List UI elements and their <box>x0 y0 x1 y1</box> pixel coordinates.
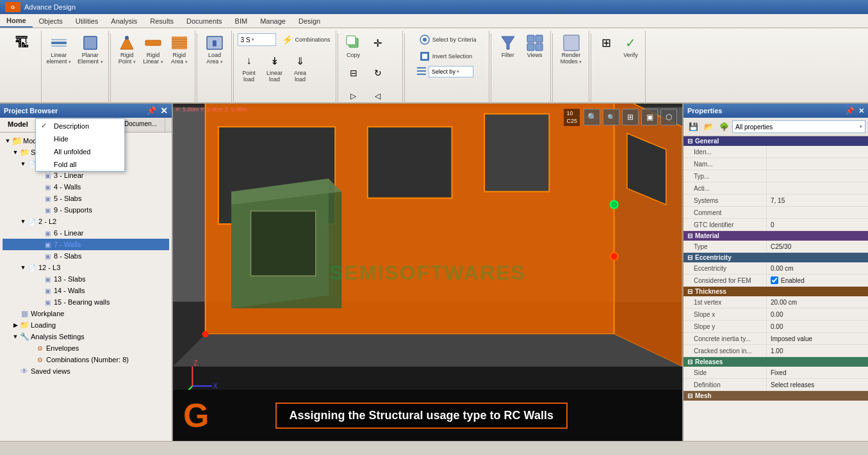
tree-item-walls14[interactable]: ▣ 14 - Walls <box>3 285 169 296</box>
view-btn[interactable]: ▣ <box>641 109 658 125</box>
prop-section-material[interactable]: ⊟Material <box>684 231 868 241</box>
properties-title: Properties <box>687 107 722 115</box>
tab-model[interactable]: Model <box>0 118 37 132</box>
svg-point-56 <box>610 201 618 209</box>
menu-manage[interactable]: Manage <box>254 14 292 28</box>
svg-rect-31 <box>564 35 579 51</box>
menu-analysis[interactable]: Analysis <box>104 14 143 28</box>
prop-save-btn[interactable]: 💾 <box>686 120 700 134</box>
linear-element-btn[interactable]: Linearelement ▾ <box>44 32 74 67</box>
prop-tree-btn[interactable]: 🌳 <box>717 120 731 134</box>
prop-section-releases[interactable]: ⊟Releases <box>684 357 868 367</box>
svg-rect-24 <box>417 70 426 72</box>
menu-bar: Home Objects Utilities Analysis Results … <box>0 14 868 28</box>
prop-section-mesh[interactable]: ⊟Mesh <box>684 391 868 401</box>
tree-item-envelopes[interactable]: ⚙ Envelopes <box>3 342 169 354</box>
zoom-in-btn[interactable]: 🔍 <box>584 109 600 125</box>
tree-item-supports9[interactable]: ▣ 9 - Supports <box>3 204 169 216</box>
prop-row-eccentricity: Eccentricity 0.00 cm <box>684 262 868 275</box>
main-area: Project Browser 📌 ✕ Model Analysis Desig… <box>0 104 868 441</box>
properties-panel: Properties 📌 ✕ 💾 📂 🌳 All properties ▾ ⊟G… <box>682 104 868 441</box>
tree-item-l3[interactable]: ▼ 📄 12 - L3 <box>3 262 169 273</box>
prop-section-eccentricity[interactable]: ⊟Eccentricity <box>684 253 868 262</box>
prop-row-nam: Nam... <box>684 158 868 170</box>
context-menu-item-fold-all[interactable]: Fold all <box>36 158 124 171</box>
panel-pin-btn[interactable]: 📌 <box>147 106 156 115</box>
tree-item-walls7[interactable]: ▣ 7 - Walls <box>3 239 169 250</box>
app-logo: G <box>5 2 20 12</box>
tree-item-slabs8[interactable]: ▣ 8 - Slabs <box>3 250 169 262</box>
svg-rect-1 <box>51 39 67 40</box>
tree-item-slabs5[interactable]: ▣ 5 - Slabs <box>3 193 169 204</box>
svg-rect-18 <box>347 36 356 45</box>
tree-item-saved-views[interactable]: 👁 Saved views <box>3 365 169 377</box>
copy-btn[interactable]: Copy <box>342 32 365 61</box>
bottom-logo: G <box>183 399 209 432</box>
zoom-out-btn[interactable]: 🔍 <box>603 109 619 125</box>
rigid-linear-btn[interactable]: RigidLinear ▾ <box>140 32 166 67</box>
svg-rect-39 <box>368 127 452 198</box>
mirror-btn[interactable]: ⊟ <box>342 62 365 84</box>
area-load-btn[interactable]: ⇓ Areaload <box>289 50 312 85</box>
views-btn[interactable]: Views <box>522 32 548 61</box>
tree-item-linear6[interactable]: ▣ 6 - Linear <box>3 227 169 239</box>
svg-text:X: X <box>213 383 218 390</box>
prop-row-acti: Acti... <box>684 182 868 195</box>
tree-item-combinations[interactable]: ⚙ Combinations (Number: 8) <box>3 354 169 365</box>
prop-close-btn[interactable]: ✕ <box>858 107 864 115</box>
render-modes-btn[interactable]: RenderModes ▾ <box>558 32 585 67</box>
load-area-btn[interactable]: ▓ LoadArea ▾ <box>203 32 226 67</box>
prop-load-btn[interactable]: 📂 <box>701 120 716 134</box>
tree-item-bearing15[interactable]: ▣ 15 - Bearing walls <box>3 296 169 308</box>
fem-checkbox[interactable] <box>771 276 778 284</box>
prop-pin-btn[interactable]: 📌 <box>846 107 855 115</box>
move-btn[interactable]: ✛ <box>366 32 389 54</box>
combinations-btn[interactable]: ⚡ Combinations <box>279 32 333 47</box>
select-by-criteria-btn[interactable]: Select by Criteria <box>416 32 479 47</box>
svg-rect-22 <box>422 54 427 59</box>
filter-btn[interactable]: Filter <box>495 32 521 61</box>
tree-item-slabs13[interactable]: ▣ 13 - Slabs <box>3 273 169 285</box>
context-menu-item-hide[interactable]: Hide <box>36 132 124 145</box>
context-menu-item-all-unfolded[interactable]: All unfolded <box>36 145 124 158</box>
prop-section-general[interactable]: ⊟General <box>684 136 868 146</box>
menu-documents[interactable]: Documents <box>180 14 229 28</box>
advance-design-logo: G <box>183 399 209 432</box>
3d-btn[interactable]: ⬡ <box>660 109 677 125</box>
rotate-btn[interactable]: ↻ <box>366 62 389 84</box>
menu-results[interactable]: Results <box>143 14 180 28</box>
load-case-combo[interactable]: 3 S▾ <box>238 33 276 46</box>
point-load-btn[interactable]: ↓ Pointload <box>238 50 261 85</box>
snap-btn[interactable]: ⊞ <box>595 32 618 54</box>
svg-rect-3 <box>84 36 97 49</box>
menu-home[interactable]: Home <box>0 14 33 28</box>
linear-load-btn[interactable]: ↡ Linearload <box>263 50 286 85</box>
fit-btn[interactable]: ⊞ <box>622 109 639 125</box>
tree-item-l2[interactable]: ▼ 📄 2 - L2 <box>3 216 169 227</box>
menu-bim[interactable]: BIM <box>229 14 254 28</box>
tree-item-walls4[interactable]: ▣ 4 - Walls <box>3 181 169 193</box>
menu-design[interactable]: Design <box>292 14 327 28</box>
invert-selection-btn[interactable]: Invert Selection <box>416 49 475 64</box>
ribbon: 🏗 Project Titles Linearelement ▾ Plan <box>0 28 868 104</box>
tree-item-workplane[interactable]: ▦ Workplane <box>3 308 169 319</box>
prop-section-thickness[interactable]: ⊟Thickness <box>684 287 868 296</box>
select-by-dropdown[interactable]: Select by▾ <box>429 66 473 77</box>
prop-all-properties-dropdown[interactable]: All properties ▾ <box>732 120 865 133</box>
viewport[interactable]: X Z Y SEMISOFTWARES 🔍 🔍 ⊞ ▣ ⬡ 10C25 X: 5… <box>173 104 682 441</box>
tree-item-analysis-settings[interactable]: ▼ 🔧 Analysis Settings <box>3 331 169 342</box>
rigid-area-btn[interactable]: RigidArea ▾ <box>167 32 192 67</box>
svg-rect-27 <box>527 35 534 42</box>
properties-header: Properties 📌 ✕ <box>684 104 868 118</box>
context-menu-item-description[interactable]: ✓ Description <box>36 119 124 132</box>
verify-btn[interactable]: ✓ Verify <box>619 32 643 61</box>
rigid-point-btn[interactable]: RigidPoint ▾ <box>115 32 139 67</box>
prop-row-1st-vertex: 1st vertex 20.00 cm <box>684 296 868 308</box>
menu-objects[interactable]: Objects <box>33 14 69 28</box>
tree-item-loading[interactable]: ▶ 📁 Loading <box>3 319 169 331</box>
menu-utilities[interactable]: Utilities <box>69 14 104 28</box>
project-titles-btn[interactable]: 🏗 <box>10 32 33 54</box>
context-menu: ✓ Description Hide All unfolded Fold all <box>35 118 125 172</box>
panel-close-btn[interactable]: ✕ <box>160 106 168 116</box>
planar-element-btn[interactable]: PlanarElement ▾ <box>75 32 106 67</box>
